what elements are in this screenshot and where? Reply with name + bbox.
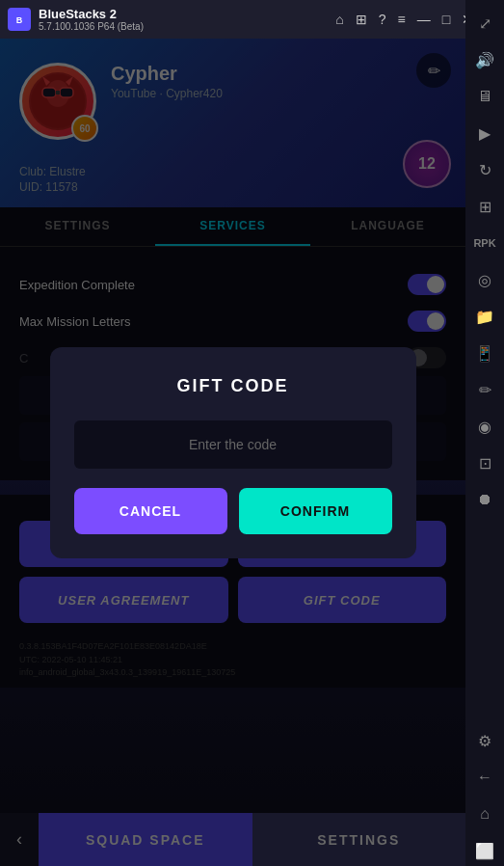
game-area: 60 Cypher YouTube · Cypher420 ✏ Club: El…	[0, 39, 465, 866]
gamepad-icon[interactable]: ⊞	[469, 191, 500, 222]
help-topbar-icon[interactable]: ?	[379, 12, 386, 27]
svg-text:B: B	[16, 15, 23, 25]
home-icon[interactable]: ⌂	[469, 798, 500, 829]
expand-arrows-icon[interactable]: ⤢	[469, 8, 500, 39]
modal-buttons: CANCEL CONFIRM	[74, 488, 392, 534]
menu-topbar-icon[interactable]: ≡	[398, 12, 406, 27]
minimize-topbar-icon[interactable]: —	[417, 12, 431, 27]
gift-code-modal: GIFT CODE CANCEL CONFIRM	[50, 347, 416, 558]
home-topbar-icon[interactable]: ⌂	[335, 12, 343, 27]
app-version: 5.7.100.1036 P64 (Beta)	[39, 21, 144, 32]
gift-code-input[interactable]	[74, 420, 392, 469]
grid-topbar-icon[interactable]: ⊞	[356, 12, 367, 27]
back-icon[interactable]: ←	[469, 762, 500, 793]
modal-title: GIFT CODE	[74, 376, 392, 396]
cancel-button[interactable]: CANCEL	[74, 488, 227, 534]
rpk-icon[interactable]: RPK	[469, 228, 500, 258]
mobile-icon[interactable]: 📱	[469, 338, 500, 368]
maximize-topbar-icon[interactable]: □	[442, 12, 450, 27]
volume-icon[interactable]: 🔊	[469, 44, 500, 75]
gear-icon[interactable]: ⚙	[469, 725, 500, 756]
right-sidebar: ⤢ 🔊 🖥 ▶ ↻ ⊞ RPK ◎ 📁 📱 ✏ ◉ ⊡ ⏺ ⚙ ← ⌂ ⬜	[465, 0, 504, 866]
eraser-icon[interactable]: ✏	[469, 374, 500, 405]
video-icon[interactable]: ▶	[469, 118, 500, 149]
top-bar: B BlueStacks 2 5.7.100.1036 P64 (Beta) ⌂…	[0, 0, 504, 39]
square-icon[interactable]: ⬜	[469, 835, 500, 866]
refresh-icon[interactable]: ↻	[469, 154, 500, 185]
camera-icon[interactable]: ◎	[469, 264, 500, 295]
display-icon[interactable]: 🖥	[469, 81, 500, 112]
app-logo: B	[8, 8, 31, 31]
layers-icon[interactable]: ⊡	[469, 447, 500, 478]
location-icon[interactable]: ◉	[469, 411, 500, 442]
folder-icon[interactable]: 📁	[469, 301, 500, 332]
record-icon[interactable]: ⏺	[469, 484, 500, 515]
modal-overlay: GIFT CODE CANCEL CONFIRM	[0, 39, 465, 866]
confirm-button[interactable]: CONFIRM	[239, 488, 392, 534]
app-name: BlueStacks 2	[39, 7, 144, 21]
